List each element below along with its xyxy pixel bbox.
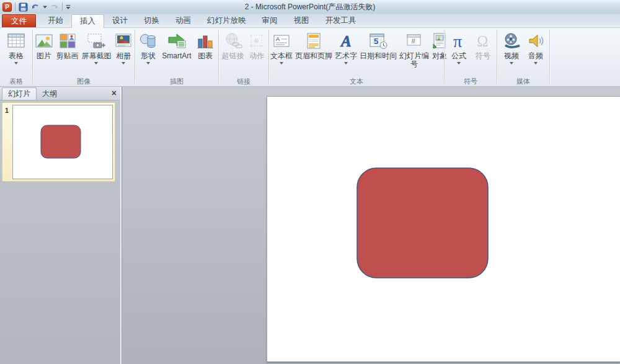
dropdown-arrow	[122, 62, 125, 64]
clipart-button[interactable]: 剪贴画	[55, 30, 80, 61]
slide-canvas[interactable]	[267, 96, 620, 362]
audio-button[interactable]: 音频	[526, 30, 546, 65]
picture-icon	[35, 31, 53, 51]
ribbon-group-illustrations: 形状 SmartArt	[135, 28, 218, 86]
dropdown-arrow	[457, 62, 461, 64]
picture-button[interactable]: 图片	[33, 30, 55, 61]
table-icon	[7, 31, 25, 51]
chart-button[interactable]: 图表	[195, 30, 216, 61]
clipart-icon	[58, 31, 77, 51]
slides-pane: 幻灯片 大纲 × 1	[0, 87, 120, 364]
video-button[interactable]: 视频	[501, 30, 522, 65]
dropdown-arrow	[534, 62, 538, 64]
equation-icon: π	[450, 31, 468, 51]
ribbon-group-text: A 文本框	[269, 28, 444, 86]
button-label: 剪贴画	[56, 52, 79, 60]
button-label: 文本框	[270, 52, 293, 60]
pane-tab-bar: 幻灯片 大纲 ×	[0, 87, 120, 100]
button-label: 日期和时间	[360, 52, 397, 60]
slide-number-icon: #	[405, 31, 423, 51]
shapes-button[interactable]: 形状	[138, 30, 159, 65]
svg-text:5: 5	[374, 37, 378, 46]
pane-splitter[interactable]	[120, 87, 122, 364]
thumbnail-shape	[41, 125, 81, 158]
ribbon-tab-row: 文件 开始 插入 设计 切换 动画 幻灯片放映 审阅 视图 开发工具	[0, 14, 620, 28]
tab-slides[interactable]: 幻灯片	[2, 87, 37, 100]
tab-animations[interactable]: 动画	[167, 14, 199, 27]
photo-album-button[interactable]: 相册	[113, 30, 134, 65]
button-label: 屏幕截图	[81, 52, 111, 60]
tab-view[interactable]: 视图	[286, 14, 317, 27]
chart-icon	[196, 31, 215, 51]
window-title: 2 - Microsoft PowerPoint(产品激活失败)	[0, 2, 620, 12]
tab-transitions[interactable]: 切换	[136, 14, 167, 27]
symbol-icon: Ω	[474, 31, 492, 51]
button-label: 公式	[451, 52, 466, 60]
slide-thumbnail[interactable]	[12, 105, 113, 179]
close-icon[interactable]: ×	[112, 89, 117, 97]
button-label: 音频	[528, 52, 543, 60]
group-label: 插图	[135, 76, 218, 86]
smartart-button[interactable]: SmartArt	[161, 30, 192, 61]
dropdown-arrow	[146, 62, 150, 64]
action-button: 动作	[247, 30, 267, 61]
button-label: SmartArt	[162, 52, 191, 60]
datetime-button[interactable]: 5 日期和时间	[358, 30, 398, 61]
group-label: 文本	[269, 76, 444, 86]
button-label: 动作	[249, 52, 264, 60]
main-area: 幻灯片 大纲 × 1	[0, 87, 620, 364]
ribbon-group-links: 超链接 动作 链接	[219, 28, 268, 86]
group-separator	[549, 30, 550, 84]
wordart-icon: A	[337, 31, 355, 51]
dropdown-arrow	[344, 62, 348, 64]
table-button[interactable]: 表格	[6, 30, 27, 65]
button-label: 幻灯片编号	[399, 52, 429, 68]
smartart-icon	[167, 31, 187, 51]
slide-thumbnail-selected[interactable]: 1	[2, 102, 115, 182]
slide-number-button[interactable]: # 幻灯片编号	[398, 30, 430, 69]
svg-text:A: A	[340, 33, 352, 50]
video-icon	[502, 31, 521, 51]
svg-text:π: π	[453, 32, 462, 50]
datetime-icon: 5	[369, 31, 388, 51]
svg-text:A: A	[276, 36, 280, 42]
textbox-button[interactable]: A 文本框	[269, 30, 294, 65]
group-label: 图像	[33, 76, 135, 86]
group-label: 媒体	[497, 76, 549, 86]
button-label: 图表	[198, 52, 213, 60]
header-footer-button[interactable]: 页眉和页脚	[294, 30, 334, 61]
ribbon-group-tables: 表格 表格	[0, 28, 32, 86]
rounded-rectangle-shape[interactable]	[357, 168, 488, 278]
dropdown-arrow	[510, 62, 513, 64]
dropdown-arrow	[14, 62, 18, 64]
equation-button[interactable]: π 公式	[448, 30, 469, 65]
button-label: 视频	[504, 52, 519, 60]
wordart-button[interactable]: A 艺术字	[334, 30, 358, 65]
symbol-button: Ω 符号	[473, 30, 493, 61]
group-label: 表格	[0, 76, 32, 86]
button-label: 形状	[141, 52, 156, 60]
header-footer-icon	[306, 31, 322, 51]
button-label: 表格	[9, 52, 24, 60]
tab-insert[interactable]: 插入	[71, 14, 104, 28]
tab-outline[interactable]: 大纲	[37, 87, 63, 100]
tab-slideshow[interactable]: 幻灯片放映	[199, 14, 254, 27]
dropdown-arrow	[280, 62, 283, 64]
ribbon-group-images: 图片 剪贴画	[33, 28, 135, 86]
tab-developer[interactable]: 开发工具	[317, 14, 365, 27]
tab-home[interactable]: 开始	[40, 14, 71, 27]
tab-design[interactable]: 设计	[104, 14, 136, 27]
group-label: 符号	[445, 76, 497, 86]
button-label: 艺术字	[335, 52, 357, 60]
hyperlink-button: 超链接	[221, 30, 246, 61]
tab-file[interactable]: 文件	[2, 14, 36, 27]
tab-review[interactable]: 审阅	[254, 14, 286, 27]
ribbon: 表格 表格 图片	[0, 28, 620, 87]
ribbon-group-media: 视频 音频 媒体	[497, 28, 549, 86]
action-icon	[248, 31, 265, 51]
svg-text:Ω: Ω	[477, 33, 489, 50]
hyperlink-icon	[224, 31, 242, 51]
button-label: 超链接	[222, 52, 244, 60]
screenshot-button[interactable]: 屏幕截图	[80, 30, 112, 65]
svg-text:#: #	[412, 37, 416, 45]
